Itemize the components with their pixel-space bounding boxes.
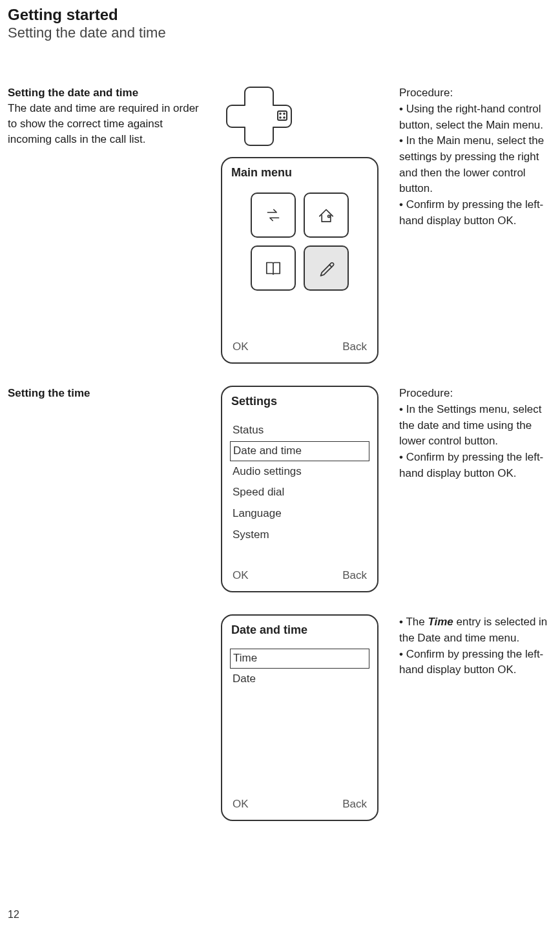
section-heading: Setting the time: [8, 386, 202, 401]
page-number: 12: [8, 909, 19, 921]
procedure-label: Procedure:: [399, 85, 552, 101]
screen-title: Main menu: [231, 166, 368, 180]
softkey-back: Back: [342, 340, 367, 353]
section-setting-time: Setting the time Settings Status Date an…: [8, 386, 552, 592]
tile-settings-icon: [304, 245, 349, 291]
screen-title: Date and time: [231, 623, 368, 637]
section-body: The date and time are required in order …: [8, 101, 202, 147]
svg-point-3: [280, 118, 281, 119]
svg-rect-0: [278, 111, 287, 120]
menu-item: Status: [231, 420, 368, 441]
svg-point-4: [284, 118, 285, 119]
section-setting-date-time: Setting the date and time The date and t…: [8, 85, 552, 364]
menu-item: System: [231, 525, 368, 546]
screen-settings: Settings Status Date and time Audio sett…: [221, 386, 379, 592]
menu-item-selected: Time: [230, 649, 369, 669]
procedure-item: • Confirm by pressing the left-hand disp…: [399, 647, 552, 678]
page-title: Getting started: [8, 6, 552, 23]
menu-item: Speed dial: [231, 482, 368, 503]
menu-item: Audio settings: [231, 461, 368, 483]
softkey-ok: OK: [233, 340, 249, 353]
procedure-item: • In the Main menu, select the settings …: [399, 133, 552, 197]
section-heading: Setting the date and time: [8, 85, 202, 101]
softkey-ok: OK: [233, 798, 249, 811]
tile-swap-icon: [251, 193, 296, 238]
screen-title: Settings: [231, 395, 368, 408]
dpad-illustration: [221, 85, 298, 147]
svg-point-5: [328, 215, 330, 217]
procedure-item: • Confirm by pressing the left-hand disp…: [399, 450, 552, 481]
procedure-label: Procedure:: [399, 386, 552, 402]
tile-home-icon: [304, 193, 349, 238]
softkey-back: Back: [342, 569, 367, 582]
screen-date-and-time: Date and time Time Date OK Back: [221, 614, 379, 821]
menu-item: Date: [231, 669, 368, 690]
softkey-ok: OK: [233, 569, 249, 582]
procedure-item: • Using the right-hand control button, s…: [399, 101, 552, 133]
softkey-back: Back: [342, 798, 367, 811]
screen-main-menu: Main menu: [221, 157, 379, 364]
procedure-item: • The Time entry is selected in the Date…: [399, 614, 552, 646]
menu-item: Language: [231, 503, 368, 525]
section-date-and-time: Date and time Time Date OK Back • The Ti…: [8, 614, 552, 821]
tile-book-icon: [251, 245, 296, 291]
svg-point-1: [280, 114, 281, 115]
procedure-item: • In the Settings menu, select the date …: [399, 402, 552, 450]
svg-point-2: [284, 114, 285, 115]
procedure-item: • Confirm by pressing the left-hand disp…: [399, 197, 552, 229]
menu-item-selected: Date and time: [230, 441, 369, 461]
page-subtitle: Setting the date and time: [8, 25, 552, 41]
